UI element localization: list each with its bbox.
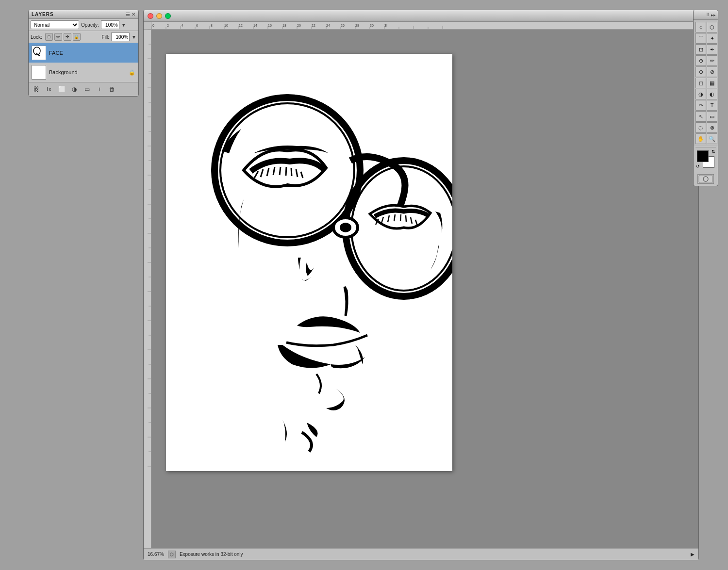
opacity-label: Opacity:	[81, 22, 99, 28]
canvas-window: 0 2 4 6 8 10 12 14 16 18 20 22 24 26 28 …	[143, 10, 699, 560]
hand-tool[interactable]: ✋	[695, 133, 706, 144]
tools-grid: ○ ⬡ ⌒ ✦ ⊡ ✒ ⊕ ✏ ⊙ ⊘ ◻ ▦ ◑ ◐ ✑ T ↖ ▭ ◌ ⊗ …	[694, 20, 718, 146]
fx-btn[interactable]: fx	[44, 84, 54, 94]
zoom-tool[interactable]: 🔍	[707, 133, 717, 144]
reset-colors-icon[interactable]: ↺	[696, 164, 700, 169]
dodge-tool[interactable]: ◑	[695, 89, 706, 99]
layer-item-background[interactable]: Background 🔒	[29, 63, 138, 82]
fill-input[interactable]	[111, 33, 130, 41]
layer-name-face: FACE	[49, 50, 135, 56]
svg-text:3!: 3!	[384, 24, 387, 27]
tools-bottom-section	[694, 172, 718, 186]
svg-text:12: 12	[239, 24, 243, 27]
link-layers-btn[interactable]: ⛓	[32, 84, 41, 94]
layers-bottom-bar: ⛓ fx ⬜ ◑ ▭ + 🗑	[29, 82, 138, 96]
ruler-left: 4 8 12 16 20 24 28 32 36 40 44 48 52 56 …	[144, 30, 151, 548]
layer-name-background: Background	[49, 69, 126, 75]
canvas-main[interactable]	[151, 30, 698, 548]
svg-text:2: 2	[167, 24, 169, 27]
foreground-color-swatch[interactable]	[697, 150, 709, 162]
layer-lock-indicator: 🔒	[129, 69, 135, 76]
status-icon[interactable]: ⬡	[168, 551, 176, 558]
layer-thumbnail-background	[32, 65, 46, 80]
lasso-polygon-tool[interactable]: ⬡	[707, 22, 717, 33]
lock-all-btn[interactable]: 🔒	[73, 33, 81, 41]
color-swatches: ↺ ⇅	[694, 148, 718, 170]
svg-text:26: 26	[341, 24, 345, 27]
eraser-tool[interactable]: ◻	[695, 78, 706, 88]
layers-title-bar: LAYERS ☰ ✕	[29, 10, 138, 19]
magic-wand-tool[interactable]: ✦	[707, 33, 717, 44]
clone-stamp-tool[interactable]: ⊙	[695, 66, 706, 77]
svg-text:24: 24	[326, 24, 330, 27]
layers-menu-icon[interactable]: ☰	[126, 12, 130, 17]
lock-transparency-btn[interactable]: □	[45, 33, 53, 41]
svg-text:14: 14	[253, 24, 257, 27]
status-arrow[interactable]: ▶	[691, 552, 695, 557]
lock-label: Lock:	[31, 34, 42, 40]
close-btn[interactable]	[148, 13, 153, 19]
pen-tool[interactable]: ✑	[695, 100, 706, 111]
add-mask-btn[interactable]: ⬜	[57, 84, 66, 94]
tools-title-bar: ⠿ ▸▸	[694, 10, 718, 20]
tools-divider-1	[695, 147, 716, 147]
svg-text:0: 0	[152, 24, 154, 27]
blend-mode-select[interactable]: Normal Dissolve Multiply Screen Overlay	[31, 20, 79, 29]
quick-mask-btn[interactable]	[697, 174, 714, 184]
svg-point-95	[340, 223, 351, 232]
lock-icons-group: □ ✏ ✛ 🔒	[45, 33, 81, 41]
ruler-top: 0 2 4 6 8 10 12 14 16 18 20 22 24 26 28 …	[151, 22, 698, 30]
svg-text:6: 6	[196, 24, 198, 27]
swap-colors-icon[interactable]: ⇅	[711, 149, 715, 154]
svg-text:22: 22	[312, 24, 315, 27]
zoom-level: 16.67%	[148, 552, 164, 557]
marquee-ellipse-tool[interactable]: ○	[695, 22, 706, 33]
tools-panel: ⠿ ▸▸ ○ ⬡ ⌒ ✦ ⊡ ✒ ⊕ ✏ ⊙ ⊘ ◻ ▦ ◑ ◐ ✑ T ↖ ▭…	[693, 10, 718, 186]
opacity-input[interactable]	[101, 20, 119, 29]
new-layer-btn[interactable]: +	[95, 84, 104, 94]
ruler-corner	[144, 22, 151, 30]
status-message: Exposure works in 32-bit only	[180, 552, 687, 557]
spot-healing-tool[interactable]: ⊕	[695, 55, 706, 66]
group-btn[interactable]: ▭	[82, 84, 92, 94]
svg-rect-42	[144, 30, 151, 548]
layers-list: FACE Background 🔒	[29, 43, 138, 82]
shape-tool[interactable]: ▭	[707, 111, 717, 122]
layers-close-icon[interactable]: ✕	[132, 12, 135, 17]
eyedropper-tool[interactable]: ✒	[707, 44, 717, 55]
svg-text:8: 8	[211, 24, 213, 27]
canvas-statusbar: 16.67% ⬡ Exposure works in 32-bit only ▶	[144, 548, 698, 560]
gradient-tool[interactable]: ▦	[707, 78, 717, 88]
magnetic-lasso-tool[interactable]: ◌	[695, 122, 706, 133]
svg-text:16: 16	[268, 24, 272, 27]
svg-rect-3	[151, 22, 698, 30]
lock-position-btn[interactable]: ✛	[64, 33, 71, 41]
minimize-btn[interactable]	[156, 13, 162, 19]
artwork-svg	[166, 54, 452, 471]
layers-panel: LAYERS ☰ ✕ Normal Dissolve Multiply Scre…	[28, 10, 139, 97]
tools-toggle-btn[interactable]: ▸▸	[711, 13, 716, 17]
svg-text:18: 18	[282, 24, 286, 27]
blend-opacity-row: Normal Dissolve Multiply Screen Overlay …	[29, 19, 138, 31]
svg-text:20: 20	[297, 24, 301, 27]
fill-label: Fill:	[102, 34, 110, 40]
delete-layer-btn[interactable]: 🗑	[107, 84, 117, 94]
layers-panel-title: LAYERS	[32, 12, 54, 17]
pattern-stamp-tool[interactable]: ⊘	[707, 66, 717, 77]
color-swatch-container: ↺ ⇅	[697, 150, 714, 168]
lasso-tool[interactable]: ⌒	[695, 33, 706, 44]
path-select-tool[interactable]: ↖	[695, 111, 706, 122]
slice-tool[interactable]: ⊗	[707, 122, 717, 133]
lock-pixels-btn[interactable]: ✏	[54, 33, 62, 41]
svg-text:10: 10	[224, 24, 228, 27]
text-tool[interactable]: T	[707, 100, 717, 111]
svg-rect-89	[166, 54, 452, 471]
adjustment-btn[interactable]: ◑	[69, 84, 79, 94]
opacity-arrow[interactable]: ▼	[121, 22, 126, 28]
burn-tool[interactable]: ◐	[707, 89, 717, 99]
maximize-btn[interactable]	[165, 13, 171, 19]
brush-tool[interactable]: ✏	[707, 55, 717, 66]
fill-arrow[interactable]: ▼	[132, 34, 136, 40]
layer-item-face[interactable]: FACE	[29, 43, 138, 63]
crop-tool[interactable]: ⊡	[695, 44, 706, 55]
